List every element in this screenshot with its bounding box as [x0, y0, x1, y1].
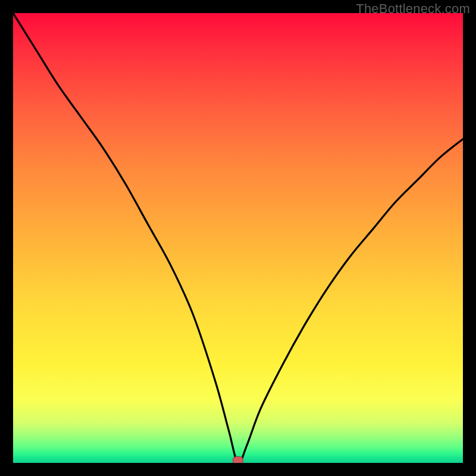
- plot-area: [13, 13, 463, 463]
- watermark-text: TheBottleneck.com: [356, 1, 470, 17]
- curve-path: [13, 13, 463, 463]
- bottleneck-curve: [13, 13, 463, 463]
- optimal-point-marker: [233, 456, 243, 463]
- chart-frame: TheBottleneck.com: [0, 0, 476, 476]
